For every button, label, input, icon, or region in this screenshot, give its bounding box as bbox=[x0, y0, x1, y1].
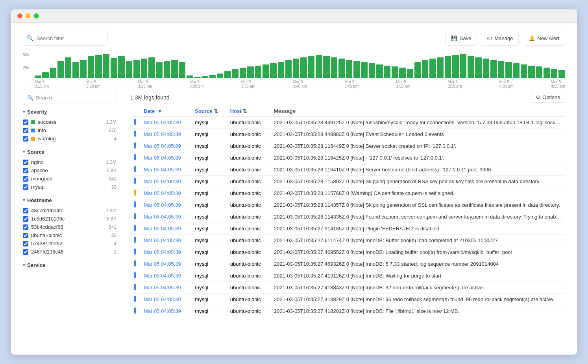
row-host: ubuntu-bionic bbox=[226, 129, 270, 140]
col-host[interactable]: Host ⇅ bbox=[226, 106, 270, 117]
row-indicator-cell bbox=[130, 246, 140, 258]
row-date: Mar 05 04:05:39 bbox=[140, 246, 191, 258]
chart-bar bbox=[65, 57, 71, 78]
chart-bar bbox=[468, 56, 474, 78]
filter-item-host1: 48c7d20bb4fc 1.3M bbox=[23, 206, 116, 215]
service-section: ▾ Service bbox=[23, 262, 116, 268]
table-row[interactable]: Mar 05 04:05:39 mysql ubuntu-bionic 2021… bbox=[130, 152, 565, 164]
checkbox-host3[interactable] bbox=[23, 224, 28, 230]
checkbox-apache[interactable] bbox=[23, 168, 28, 173]
checkbox-host6[interactable] bbox=[23, 249, 28, 255]
table-row[interactable]: Mar 05 04:05:39 mysql ubuntu-bionic 2021… bbox=[130, 305, 565, 317]
checkbox-host2[interactable] bbox=[23, 216, 28, 222]
row-date: Mar 05 04:05:39 bbox=[140, 199, 191, 211]
row-source: mysql bbox=[191, 129, 226, 140]
hostname-header[interactable]: ▾ Hostname bbox=[23, 197, 116, 203]
count-apache: 5.8K bbox=[107, 168, 116, 173]
checkbox-host1[interactable] bbox=[23, 208, 28, 213]
row-message: 2021-03-05T10:35:27.469326Z 0 [Note] Inn… bbox=[270, 258, 565, 270]
row-host: ubuntu-bionic bbox=[226, 246, 270, 258]
browser-window: 🔍 💾 Save 🏷 Manage 🔔 New Alert 50k 25k bbox=[11, 9, 577, 355]
row-date: Mar 05 04:05:39 bbox=[140, 270, 191, 282]
chart-bar bbox=[369, 63, 375, 78]
new-alert-label: New Alert bbox=[537, 35, 559, 41]
table-row[interactable]: Mar 05 04:05:39 mysql ubuntu-bionic 2021… bbox=[130, 164, 565, 176]
count-host4: 33 bbox=[111, 233, 116, 238]
row-source: mysql bbox=[191, 164, 226, 176]
chart-x-label: Mar 54:00 pm bbox=[499, 80, 514, 88]
checkbox-success[interactable] bbox=[23, 119, 28, 125]
table-row[interactable]: Mar 05 04:05:39 mysql ubuntu-bionic 2021… bbox=[130, 235, 565, 246]
table-row[interactable]: Mar 05 04:05:39 mysql ubuntu-bionic 2021… bbox=[130, 270, 565, 282]
table-row[interactable]: Mar 05 04:05:39 mysql ubuntu-bionic 2021… bbox=[130, 258, 565, 270]
row-source: mysql bbox=[191, 117, 226, 129]
sidebar-search-input[interactable] bbox=[36, 95, 112, 101]
save-button[interactable]: 💾 Save bbox=[445, 31, 477, 46]
row-indicator bbox=[134, 154, 136, 160]
chart-bar bbox=[338, 59, 345, 78]
hostname-label: Hostname bbox=[27, 197, 52, 203]
table-row[interactable]: Mar 05 04:05:39 mysql ubuntu-bionic 2021… bbox=[130, 211, 565, 223]
filter-item-mongodb: mongodb 641 bbox=[23, 175, 116, 183]
dot-info bbox=[31, 129, 35, 132]
filter-item-host5: 5743812fef62 4 bbox=[23, 239, 116, 248]
table-head: Date ▼ Source ⇅ Host ⇅ Message bbox=[130, 106, 565, 117]
chart-bar bbox=[202, 76, 208, 78]
table-row[interactable]: Mar 05 04:05:39 mysql ubuntu-bionic 2021… bbox=[130, 140, 565, 152]
table-row[interactable]: Mar 05 04:05:39 mysql ubuntu-bionic 2021… bbox=[130, 129, 565, 140]
count-host2: 5.8K bbox=[107, 216, 116, 222]
new-alert-button[interactable]: 🔔 New Alert bbox=[523, 31, 565, 46]
table-row[interactable]: Mar 05 04:05:39 mysql ubuntu-bionic 2021… bbox=[130, 282, 565, 294]
row-indicator bbox=[134, 142, 136, 149]
chart-bar bbox=[80, 60, 87, 78]
table-row[interactable]: Mar 05 04:05:39 mysql ubuntu-bionic 2021… bbox=[130, 294, 565, 305]
table-row[interactable]: Mar 05 04:05:39 mysql ubuntu-bionic 2021… bbox=[130, 176, 565, 188]
manage-button[interactable]: 🏷 Manage bbox=[481, 31, 519, 46]
service-header[interactable]: ▾ Service bbox=[23, 262, 116, 268]
count-nginx: 1.3M bbox=[106, 160, 116, 165]
close-button[interactable] bbox=[17, 13, 22, 18]
search-filter-input[interactable] bbox=[23, 31, 108, 46]
row-host: ubuntu-bionic bbox=[226, 305, 270, 317]
minimize-button[interactable] bbox=[26, 13, 31, 18]
chart-area: 50k 25k Mar 53:15 pmMar 53:20 pmMar 53:2… bbox=[23, 53, 565, 88]
table-row[interactable]: Mar 05 04:05:39 mysql ubuntu-bionic 2021… bbox=[130, 117, 565, 129]
checkbox-host4[interactable] bbox=[23, 233, 28, 238]
checkbox-mongodb[interactable] bbox=[23, 176, 28, 182]
checkbox-nginx[interactable] bbox=[23, 160, 28, 165]
filter-item-info: info 670 bbox=[23, 126, 116, 134]
row-indicator bbox=[134, 296, 136, 302]
row-date: Mar 05 04:05:39 bbox=[140, 164, 191, 176]
row-message: 2021-03-05T10:35:27.469552Z 0 [Note] Inn… bbox=[270, 246, 565, 258]
maximize-button[interactable] bbox=[34, 13, 39, 18]
row-source: mysql bbox=[191, 258, 226, 270]
row-indicator bbox=[134, 272, 136, 278]
col-date[interactable]: Date ▼ bbox=[140, 106, 191, 117]
col-source[interactable]: Source ⇅ bbox=[191, 106, 226, 117]
table-row[interactable]: Mar 05 04:05:39 mysql ubuntu-bionic 2021… bbox=[130, 246, 565, 258]
chart-bar bbox=[445, 56, 451, 78]
chart-x-labels: Mar 53:15 pmMar 53:20 pmMar 53:25 pmMar … bbox=[35, 80, 565, 90]
chart-bar bbox=[141, 59, 147, 78]
row-source: mysql bbox=[191, 211, 226, 223]
checkbox-mysql[interactable] bbox=[23, 184, 28, 190]
row-date: Mar 05 04:05:39 bbox=[140, 117, 191, 129]
severity-header[interactable]: ▾ Severity bbox=[23, 109, 116, 115]
checkbox-warning[interactable] bbox=[23, 136, 28, 142]
options-button[interactable]: ⚙ Options bbox=[531, 92, 565, 103]
manage-label: Manage bbox=[494, 35, 513, 41]
table-row[interactable]: Mar 05 04:05:39 mysql ubuntu-bionic 2021… bbox=[130, 223, 565, 235]
sidebar-search-icon: 🔍 bbox=[27, 95, 33, 101]
checkbox-info[interactable] bbox=[23, 128, 28, 133]
table-row[interactable]: Mar 05 04:05:39 mysql ubuntu-bionic 2021… bbox=[130, 199, 565, 211]
chart-bar bbox=[384, 66, 390, 78]
row-host: ubuntu-bionic bbox=[226, 235, 270, 246]
source-header[interactable]: ▾ Source bbox=[23, 149, 116, 155]
row-host: ubuntu-bionic bbox=[226, 164, 270, 176]
chart-bar bbox=[164, 61, 170, 78]
table-row[interactable]: Mar 05 04:05:39 mysql ubuntu-bionic 2021… bbox=[130, 188, 565, 199]
chart-bar bbox=[293, 59, 299, 78]
chart-bar bbox=[429, 59, 436, 78]
checkbox-host5[interactable] bbox=[23, 241, 28, 246]
chart-bar bbox=[247, 66, 253, 78]
